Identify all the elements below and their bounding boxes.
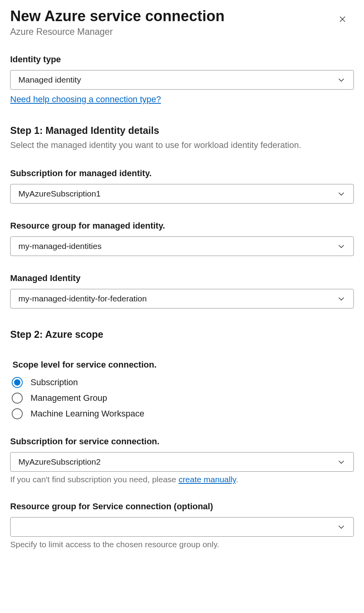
scope-option-management-group[interactable]: Management Group bbox=[10, 393, 354, 404]
identity-type-label: Identity type bbox=[10, 54, 354, 65]
managed-identity-label: Managed Identity bbox=[10, 273, 354, 283]
sc-resource-group-hint: Specify to limit access to the chosen re… bbox=[10, 540, 354, 549]
mi-subscription-select[interactable]: MyAzureSubscription1 bbox=[10, 184, 354, 204]
radio-icon bbox=[12, 393, 23, 404]
chevron-down-icon bbox=[337, 458, 346, 466]
chevron-down-icon bbox=[337, 76, 346, 84]
help-choosing-link[interactable]: Need help choosing a connection type? bbox=[10, 94, 161, 104]
close-icon bbox=[338, 19, 347, 25]
mi-resource-group-value: my-managed-identities bbox=[18, 242, 337, 251]
chevron-down-icon bbox=[337, 242, 346, 251]
chevron-down-icon bbox=[337, 189, 346, 198]
identity-type-select[interactable]: Managed identity bbox=[10, 70, 354, 90]
chevron-down-icon bbox=[337, 523, 346, 531]
managed-identity-value: my-managed-identity-for-federation bbox=[18, 294, 337, 303]
step1-heading: Step 1: Managed Identity details bbox=[10, 125, 354, 136]
mi-resource-group-select[interactable]: my-managed-identities bbox=[10, 236, 354, 256]
hint-suffix: . bbox=[236, 475, 238, 484]
close-button[interactable] bbox=[335, 12, 350, 28]
create-manually-link[interactable]: create manually bbox=[178, 475, 236, 484]
managed-identity-select[interactable]: my-managed-identity-for-federation bbox=[10, 289, 354, 308]
radio-icon bbox=[12, 408, 23, 419]
step1-description: Select the managed identity you want to … bbox=[10, 139, 315, 151]
radio-label: Management Group bbox=[31, 393, 107, 403]
page-subtitle: Azure Resource Manager bbox=[10, 27, 335, 37]
page-title: New Azure service connection bbox=[10, 8, 335, 25]
radio-label: Machine Learning Workspace bbox=[31, 409, 144, 419]
scope-option-subscription[interactable]: Subscription bbox=[10, 377, 354, 388]
title-block: New Azure service connection Azure Resou… bbox=[10, 8, 335, 37]
scope-level-radio-group: Subscription Management Group Machine Le… bbox=[10, 377, 354, 419]
mi-subscription-label: Subscription for managed identity. bbox=[10, 168, 354, 178]
identity-type-value: Managed identity bbox=[18, 75, 337, 85]
hint-prefix: If you can't find subscription you need,… bbox=[10, 475, 178, 484]
sc-resource-group-label: Resource group for Service connection (o… bbox=[10, 501, 354, 512]
chevron-down-icon bbox=[337, 294, 346, 303]
sc-resource-group-select[interactable] bbox=[10, 517, 354, 537]
mi-subscription-value: MyAzureSubscription1 bbox=[18, 189, 337, 198]
radio-icon bbox=[12, 377, 23, 388]
sc-subscription-label: Subscription for service connection. bbox=[10, 436, 354, 447]
sc-subscription-hint: If you can't find subscription you need,… bbox=[10, 475, 354, 484]
sc-subscription-select[interactable]: MyAzureSubscription2 bbox=[10, 452, 354, 472]
scope-level-label: Scope level for service connection. bbox=[13, 360, 354, 370]
step2-heading: Step 2: Azure scope bbox=[10, 329, 354, 340]
scope-option-ml-workspace[interactable]: Machine Learning Workspace bbox=[10, 408, 354, 419]
header: New Azure service connection Azure Resou… bbox=[10, 8, 354, 37]
mi-resource-group-label: Resource group for managed identity. bbox=[10, 221, 354, 231]
sc-subscription-value: MyAzureSubscription2 bbox=[18, 457, 337, 467]
radio-label: Subscription bbox=[31, 377, 78, 388]
